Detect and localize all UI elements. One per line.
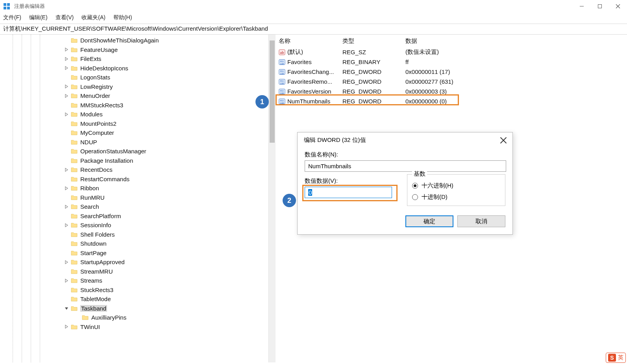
tree-item[interactable]: Search <box>0 202 268 211</box>
list-row[interactable]: FavoritesRemo...REG_DWORD0x00000277 (631… <box>278 77 627 86</box>
tree-item[interactable]: StartupApproved <box>0 257 268 267</box>
folder-icon <box>71 195 78 200</box>
tree-item[interactable]: MyComputer <box>0 128 268 138</box>
col-header-name[interactable]: 名称 <box>279 37 342 46</box>
chevron-right-icon[interactable] <box>63 203 70 210</box>
tree-item[interactable]: MountPoints2 <box>0 119 268 129</box>
cancel-button[interactable]: 取消 <box>457 215 505 227</box>
tree-item[interactable]: RunMRU <box>0 193 268 202</box>
tree-item[interactable]: FeatureUsage <box>0 45 268 55</box>
tree-item[interactable]: TWinUI <box>0 322 268 332</box>
tree-item[interactable]: StartPage <box>0 248 268 258</box>
folder-icon <box>71 148 78 154</box>
reg-binary-icon <box>279 78 285 85</box>
folder-icon <box>71 296 78 302</box>
value-name-field[interactable]: NumThumbnails <box>305 160 506 172</box>
chevron-right-icon[interactable] <box>63 46 70 53</box>
folder-icon <box>71 232 78 237</box>
chevron-right-icon[interactable] <box>63 222 70 228</box>
tree-spacer <box>63 139 70 145</box>
list-view[interactable]: (默认)REG_SZ(数值未设置)FavoritesREG_BINARYffFa… <box>278 47 627 106</box>
tree-item[interactable]: Shell Folders <box>0 230 268 239</box>
tree-item-label: NDUP <box>80 139 97 145</box>
list-row[interactable]: FavoritesChang...REG_DWORD0x00000011 (17… <box>278 67 627 77</box>
tree-item[interactable]: HideDesktopIcons <box>0 64 268 73</box>
tree-view[interactable]: DontShowMeThisDialogAgainFeatureUsageFil… <box>0 35 268 362</box>
list-header[interactable]: 名称 类型 数据 <box>278 37 627 46</box>
close-button[interactable] <box>609 0 627 13</box>
maximize-button[interactable] <box>591 0 609 13</box>
reg-binary-icon <box>279 88 285 95</box>
tree-spacer <box>63 296 70 302</box>
tree-spacer <box>63 287 70 293</box>
tree-item[interactable]: Streams <box>0 276 268 285</box>
chevron-right-icon[interactable] <box>63 111 70 118</box>
tree-item[interactable]: RecentDocs <box>0 165 268 175</box>
chevron-right-icon[interactable] <box>63 259 70 265</box>
dialog-title: 编辑 DWORD (32 位)值 <box>304 136 500 144</box>
menu-favorites[interactable]: 收藏夹(A) <box>81 14 105 21</box>
tree-item[interactable]: MenuOrder <box>0 91 268 101</box>
scroll-thumb[interactable] <box>270 40 275 143</box>
tree-item[interactable]: LowRegistry <box>0 82 268 92</box>
tree-item[interactable]: SearchPlatform <box>0 211 268 221</box>
tree-item[interactable]: DontShowMeThisDialogAgain <box>0 36 268 45</box>
tree-spacer <box>63 213 70 219</box>
ok-button[interactable]: 确定 <box>405 215 453 227</box>
list-row[interactable]: NumThumbnailsREG_DWORD0x00000000 (0) <box>278 96 627 106</box>
tree-item[interactable]: StreamMRU <box>0 267 268 276</box>
list-row[interactable]: FavoritesREG_BINARYff <box>278 57 627 67</box>
tree-item-label: DontShowMeThisDialogAgain <box>80 37 159 44</box>
tree-spacer <box>63 176 70 182</box>
ime-indicator[interactable]: S 英 <box>606 353 626 363</box>
value-type: REG_DWORD <box>342 68 405 75</box>
tree-item[interactable]: OperationStatusManager <box>0 147 268 156</box>
tree-scrollbar[interactable] <box>268 35 276 362</box>
tree-item[interactable]: Shutdown <box>0 239 268 248</box>
chevron-down-icon[interactable] <box>63 305 70 312</box>
list-row[interactable]: (默认)REG_SZ(数值未设置) <box>278 47 627 57</box>
app-icon <box>3 3 10 10</box>
tree-item[interactable]: RestartCommands <box>0 175 268 184</box>
chevron-right-icon[interactable] <box>63 324 70 330</box>
tree-item[interactable]: TabletMode <box>0 294 268 304</box>
chevron-right-icon[interactable] <box>63 83 70 90</box>
menu-file[interactable]: 文件(F) <box>3 14 21 21</box>
radio-hexadecimal[interactable]: 十六进制(H) <box>412 182 500 189</box>
tree-item[interactable]: LogonStats <box>0 73 268 82</box>
chevron-right-icon[interactable] <box>63 55 70 62</box>
tree-item[interactable]: AuxilliaryPins <box>0 313 268 322</box>
address-bar[interactable]: 计算机\HKEY_CURRENT_USER\SOFTWARE\Microsoft… <box>0 24 627 35</box>
chevron-right-icon[interactable] <box>63 92 70 99</box>
dialog-titlebar[interactable]: 编辑 DWORD (32 位)值 <box>298 132 512 148</box>
folder-icon <box>71 287 78 293</box>
folder-icon <box>82 314 89 320</box>
col-header-type[interactable]: 类型 <box>342 37 405 46</box>
menu-view[interactable]: 查看(V) <box>55 14 74 21</box>
base-label: 基数 <box>412 170 427 178</box>
tree-item-label: StartPage <box>80 250 107 256</box>
chevron-right-icon[interactable] <box>63 65 70 72</box>
tree-item[interactable]: Ribbon <box>0 184 268 193</box>
list-row[interactable]: FavoritesVersionREG_DWORD0x00000003 (3) <box>278 86 627 96</box>
tree-item[interactable]: StuckRects3 <box>0 285 268 295</box>
chevron-right-icon[interactable] <box>63 277 70 284</box>
minimize-button[interactable] <box>573 0 591 13</box>
radio-decimal[interactable]: 十进制(D) <box>412 193 500 201</box>
tree-item[interactable]: FileExts <box>0 54 268 64</box>
tree-item[interactable]: MMStuckRects3 <box>0 101 268 110</box>
reg-string-icon <box>279 49 285 56</box>
chevron-right-icon[interactable] <box>63 185 70 191</box>
tree-item[interactable]: Modules <box>0 110 268 119</box>
tree-item[interactable]: Taskband <box>0 304 268 313</box>
tree-item[interactable]: Package Installation <box>0 156 268 165</box>
folder-icon <box>71 102 78 108</box>
chevron-right-icon[interactable] <box>63 166 70 173</box>
value-data-field[interactable]: 0 <box>305 187 392 198</box>
col-header-data[interactable]: 数据 <box>405 37 627 46</box>
menu-help[interactable]: 帮助(H) <box>113 14 132 21</box>
dialog-close-button[interactable] <box>500 137 507 144</box>
tree-item[interactable]: NDUP <box>0 138 268 147</box>
menu-edit[interactable]: 编辑(E) <box>29 14 48 21</box>
tree-item[interactable]: SessionInfo <box>0 221 268 230</box>
